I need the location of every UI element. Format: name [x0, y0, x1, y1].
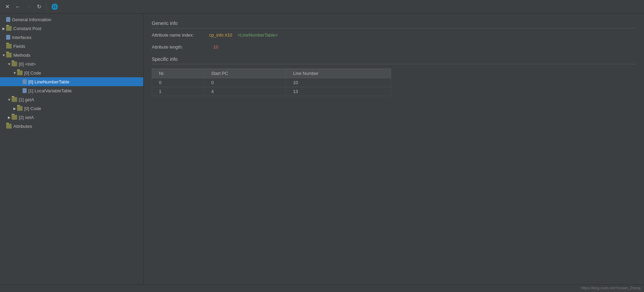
tree-item-general-information[interactable]: General Information — [0, 15, 143, 24]
tree-arrow-methods — [1, 53, 6, 57]
tree-item-localvariabletable[interactable]: [1] LocalVariableTable — [0, 86, 143, 95]
file-icon-linenumbertable — [23, 79, 27, 84]
specific-info-title: Specific info — [152, 56, 636, 64]
tree-panel: General InformationConstant PoolInterfac… — [0, 14, 144, 284]
back-button[interactable]: ← — [13, 3, 22, 11]
folder-icon-constant-pool — [6, 26, 12, 31]
tree-label-constant-pool: Constant Pool — [13, 26, 41, 31]
generic-info-title: Generic info — [152, 21, 636, 28]
attr-name-index-row: Attribute name index: cp_info #10 <LineN… — [152, 32, 636, 38]
toolbar: ✕ ← → ↻ 🌐 — [0, 0, 644, 14]
tree-label-code-geta: [0] Code — [24, 106, 41, 111]
tree-item-geta[interactable]: [1] getA — [0, 95, 143, 104]
tree-label-localvariabletable: [1] LocalVariableTable — [28, 88, 72, 93]
tree-item-code-0[interactable]: [0] Code — [0, 68, 143, 77]
table-header-nr.: Nr. — [152, 69, 204, 78]
table-row: 1413 — [152, 87, 391, 96]
detail-panel: Generic info Attribute name index: cp_in… — [144, 14, 644, 284]
attr-length-row: Attribute length: 10 — [152, 44, 636, 50]
attr-name-index-label: Attribute name index: — [152, 32, 206, 38]
tree-label-interfaces: Interfaces — [12, 35, 31, 40]
table-cell-r0-c2: 10 — [286, 78, 391, 87]
folder-icon-seta — [12, 115, 17, 120]
tree-label-fields: Fields — [13, 44, 25, 49]
tree-label-general-information: General Information — [12, 17, 51, 22]
tree-arrow-seta — [7, 116, 12, 119]
tree-arrow-constant-pool — [1, 27, 6, 30]
toolbar-separator — [46, 3, 46, 10]
folder-icon-methods — [6, 53, 12, 57]
attr-length-label: Attribute length: — [152, 44, 206, 50]
tree-arrow-geta — [7, 98, 12, 102]
tree-label-seta: [2] setA — [19, 115, 34, 120]
tree-item-interfaces[interactable]: Interfaces — [0, 33, 143, 42]
line-number-table: Nr.Start PCLine Number00101413 — [152, 68, 391, 96]
folder-icon-init — [12, 62, 17, 66]
table-cell-r0-c0: 0 — [152, 78, 204, 87]
attr-name-index-yellow: cp_info #10 — [209, 32, 232, 38]
forward-button[interactable]: → — [24, 3, 33, 11]
tree-label-code-0: [0] Code — [24, 70, 41, 76]
refresh-button[interactable]: ↻ — [35, 3, 43, 11]
main-container: General InformationConstant PoolInterfac… — [0, 14, 644, 284]
tree-arrow-code-0 — [12, 71, 17, 75]
tree-item-fields[interactable]: Fields — [0, 42, 143, 51]
footer-bar: https://blog.csdn.net/Yunwei_Zheng — [0, 284, 644, 292]
folder-icon-code-0 — [17, 70, 23, 75]
table-cell-r1-c1: 4 — [204, 87, 286, 96]
tree-label-attributes: Attributes — [13, 124, 32, 129]
table-header-start-pc: Start PC — [204, 69, 286, 78]
tree-label-methods: Methods — [13, 53, 30, 58]
tree-label-geta: [1] getA — [19, 97, 34, 102]
table-cell-r1-c2: 13 — [286, 87, 391, 96]
table-header-line-number: Line Number — [286, 69, 391, 78]
folder-icon-geta — [12, 97, 17, 102]
table-cell-r0-c1: 0 — [204, 78, 286, 87]
tree-item-methods[interactable]: Methods — [0, 51, 143, 59]
tree-item-constant-pool[interactable]: Constant Pool — [0, 24, 143, 33]
globe-button[interactable]: 🌐 — [50, 3, 60, 11]
folder-icon-code-geta — [17, 106, 23, 111]
tree-label-linenumbertable: [0] LineNumberTable — [28, 79, 69, 84]
table-row: 0010 — [152, 78, 391, 87]
file-icon-general-information — [6, 17, 10, 22]
tree-item-seta[interactable]: [2] setA — [0, 113, 143, 122]
tree-arrow-code-geta — [12, 107, 17, 110]
attr-length-value: 10 — [213, 44, 218, 50]
footer-url: https://blog.csdn.net/Yunwei_Zheng — [581, 286, 641, 290]
folder-icon-attributes — [6, 124, 12, 129]
close-button[interactable]: ✕ — [3, 3, 11, 11]
tree-item-attributes[interactable]: Attributes — [0, 122, 143, 131]
tree-item-linenumbertable[interactable]: [0] LineNumberTable — [0, 77, 143, 86]
folder-icon-fields — [6, 44, 12, 49]
tree-label-init: [0] <init> — [19, 62, 36, 67]
tree-item-code-geta[interactable]: [0] Code — [0, 104, 143, 113]
file-icon-localvariabletable — [23, 88, 27, 93]
tree-arrow-init — [7, 62, 12, 66]
attr-name-index-green: <LineNumberTable> — [238, 32, 278, 38]
tree-item-init[interactable]: [0] <init> — [0, 59, 143, 68]
file-icon-interfaces — [6, 35, 10, 40]
table-cell-r1-c0: 1 — [152, 87, 204, 96]
